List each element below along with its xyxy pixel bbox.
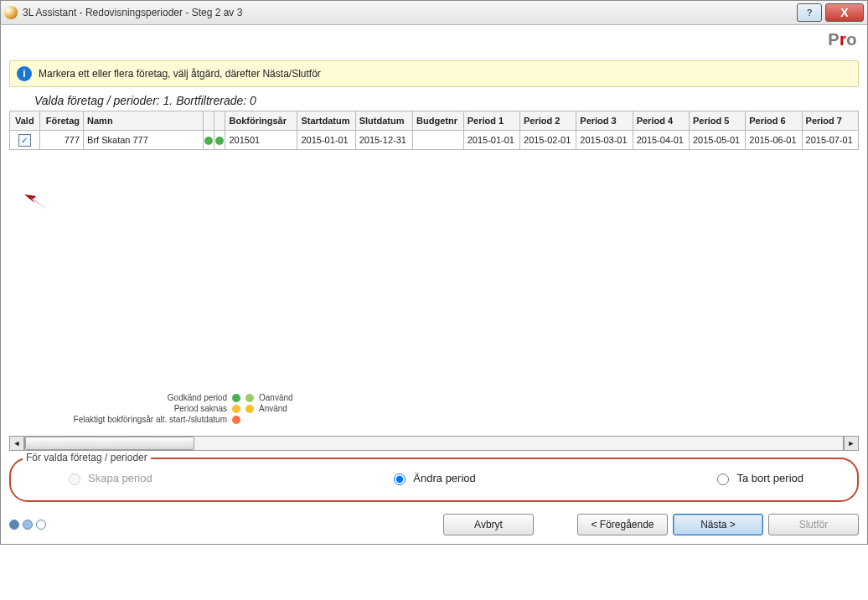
data-grid[interactable]: Vald Företag Namn Bokföringsår Startdatu… [9,111,859,150]
horizontal-scrollbar[interactable]: ◄ ► [9,436,859,451]
col-namn[interactable]: Namn [84,111,204,131]
cell-startdatum[interactable]: 2015-01-01 [297,131,355,150]
scroll-track[interactable] [24,436,844,451]
close-button[interactable]: X [825,3,864,22]
col-foretag[interactable]: Företag [39,111,83,131]
step-dot-icon [36,520,46,530]
cell-period3[interactable]: 2015-03-01 [576,131,633,150]
step-dot-icon [9,520,19,530]
svg-marker-0 [24,194,48,209]
info-bar: i Markera ett eller flera företag, välj … [9,60,859,87]
cell-period5[interactable]: 2015-05-01 [689,131,745,150]
summary-text: Valda företag / perioder: 1. Bortfiltrer… [34,94,859,107]
back-button[interactable]: < Föregående [577,514,668,535]
legend-dot-yellow-icon [232,405,240,413]
col-budgetnr[interactable]: Budgetnr [413,111,464,131]
checkbox-icon[interactable]: ✓ [18,134,31,147]
radio-label: Ta bort period [736,472,803,484]
legend-label: Oanvänd [259,393,326,402]
radio-create-period: Skapa period [65,471,152,485]
legend-label: Använd [259,404,326,413]
cell-status2 [214,131,225,150]
radio-label: Skapa period [88,472,152,484]
col-period6[interactable]: Period 6 [746,111,802,131]
app-icon [4,6,18,19]
brand-logo: Pro [828,30,857,49]
info-text: Markera ett eller flera företag, välj åt… [39,68,321,80]
radio-input [69,473,80,485]
col-period1[interactable]: Period 1 [463,111,519,131]
col-slutdatum[interactable]: Slutdatum [355,111,412,131]
cell-vald[interactable]: ✓ [10,131,40,150]
cell-budgetnr[interactable] [413,131,464,150]
col-bokforingsar[interactable]: Bokföringsår [225,111,297,131]
cell-period4[interactable]: 2015-04-01 [633,131,689,150]
legend-dot-yellow-icon [245,405,254,413]
legend: Godkänd period Oanvänd Period saknas Anv… [9,393,859,424]
legend-dot-orange-icon [232,416,240,424]
legend-label: Felaktigt bokföringsår alt. start-/slutd… [9,415,227,424]
status-dot-green-icon [204,137,213,145]
footer-buttons: Avbryt < Föregående Nästa > Slutför [443,514,859,535]
col-period4[interactable]: Period 4 [633,111,689,131]
col-status1[interactable] [204,111,214,131]
header-row: Vald Företag Namn Bokföringsår Startdatu… [10,111,859,131]
cell-bokforingsar[interactable]: 201501 [225,131,297,150]
help-button[interactable]: ? [797,3,822,22]
status-dot-green-icon [215,137,224,145]
legend-label: Period saknas [9,404,227,413]
info-icon: i [17,66,32,81]
cell-foretag[interactable]: 777 [39,131,83,150]
col-period2[interactable]: Period 2 [520,111,576,131]
next-button[interactable]: Nästa > [673,514,763,535]
legend-dot-lightgreen-icon [245,394,254,402]
cell-period6[interactable]: 2015-06-01 [746,131,802,150]
cell-namn[interactable]: Brf Skatan 777 [84,131,204,150]
col-status2[interactable] [214,111,225,131]
radio-delete-period[interactable]: Ta bort period [713,471,803,485]
window-title: 3L Assistant - Redovisningsperioder - St… [23,7,797,18]
cell-status1 [204,131,214,150]
step-indicator [9,520,46,530]
radio-change-period[interactable]: Ändra period [390,471,475,485]
radio-label: Ändra period [413,472,475,484]
scroll-left-button[interactable]: ◄ [9,436,24,451]
annotation-arrow-icon [24,193,49,211]
cell-period7[interactable]: 2015-07-01 [802,131,858,150]
radio-input[interactable] [717,473,729,485]
cell-slutdatum[interactable]: 2015-12-31 [355,131,412,150]
legend-dot-green-icon [232,394,240,402]
col-period3[interactable]: Period 3 [576,111,633,131]
col-startdatum[interactable]: Startdatum [297,111,355,131]
radio-input[interactable] [394,473,406,485]
col-period5[interactable]: Period 5 [689,111,745,131]
table-row[interactable]: ✓ 777 Brf Skatan 777 201501 2015-01-01 2… [10,131,859,150]
cell-period1[interactable]: 2015-01-01 [463,131,519,150]
legend-label: Godkänd period [9,393,227,402]
titlebar[interactable]: 3L Assistant - Redovisningsperioder - St… [0,0,868,25]
window-body: Pro i Markera ett eller flera företag, v… [0,25,868,545]
cancel-button[interactable]: Avbryt [443,514,534,535]
col-vald[interactable]: Vald [10,111,40,131]
action-groupbox: För valda företag / perioder Skapa perio… [9,458,859,502]
scroll-right-button[interactable]: ► [844,436,859,451]
step-dot-icon [23,520,33,530]
group-label: För valda företag / perioder [23,452,151,463]
cell-period2[interactable]: 2015-02-01 [520,131,576,150]
finish-button: Slutför [768,514,859,535]
scroll-thumb[interactable] [25,437,194,450]
col-period7[interactable]: Period 7 [802,111,858,131]
